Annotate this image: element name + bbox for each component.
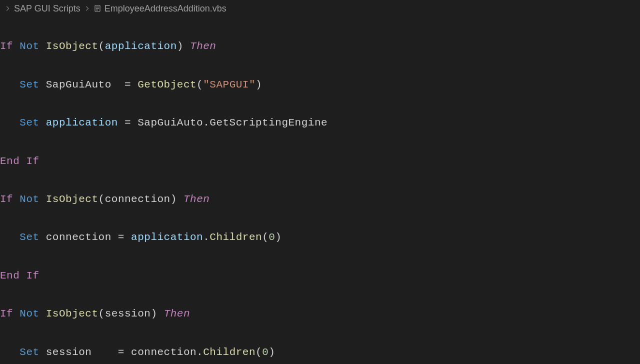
code-line[interactable]: If Not IsObject(connection) Then bbox=[0, 190, 640, 209]
chevron-right-icon bbox=[84, 5, 90, 12]
code-line[interactable]: End If bbox=[0, 152, 640, 171]
code-line[interactable]: Set connection = application.Children(0) bbox=[0, 228, 640, 247]
code-line[interactable]: Set SapGuiAuto = GetObject("SAPGUI") bbox=[0, 76, 640, 94]
breadcrumb[interactable]: SAP GUI Scripts EmployeeAddressAddition.… bbox=[0, 0, 640, 17]
code-line[interactable]: Set application = SapGuiAuto.GetScriptin… bbox=[0, 114, 640, 132]
code-line[interactable]: Set session = connection.Children(0) bbox=[0, 343, 640, 362]
code-line[interactable]: End If bbox=[0, 266, 640, 286]
breadcrumb-file[interactable]: EmployeeAddressAddition.vbs bbox=[104, 4, 226, 14]
code-line[interactable]: If Not IsObject(application) Then bbox=[0, 37, 640, 56]
code-editor[interactable]: If Not IsObject(application) Then Set Sa… bbox=[0, 17, 640, 364]
file-icon bbox=[94, 4, 102, 12]
code-line[interactable]: If Not IsObject(session) Then bbox=[0, 304, 640, 324]
chevron-right-icon bbox=[4, 5, 11, 12]
breadcrumb-folder[interactable]: SAP GUI Scripts bbox=[14, 4, 80, 14]
